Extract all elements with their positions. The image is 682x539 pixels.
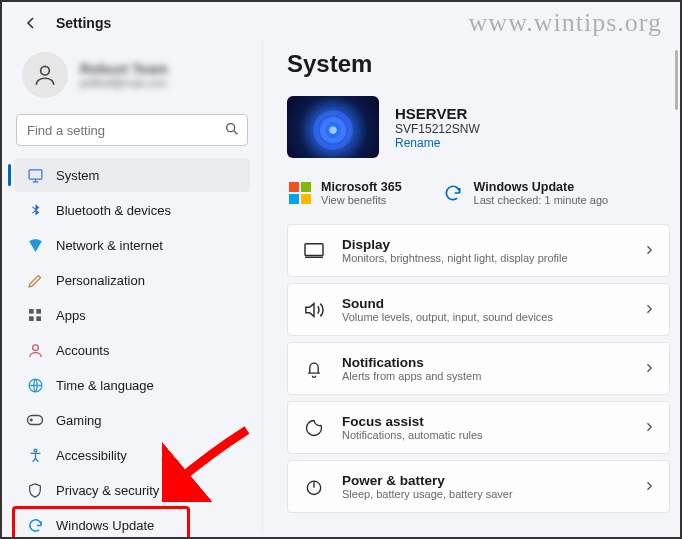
sidebar-item-label: Time & language [56, 378, 154, 393]
sidebar-item-time-language[interactable]: Time & language [14, 368, 250, 402]
svg-rect-2 [29, 169, 42, 178]
sidebar-item-accounts[interactable]: Accounts [14, 333, 250, 367]
chevron-right-icon [643, 242, 655, 260]
settings-card-power[interactable]: Power & battery Sleep, battery usage, ba… [287, 460, 670, 513]
svg-rect-4 [36, 309, 41, 314]
notifications-icon [302, 357, 326, 381]
accessibility-icon [26, 446, 44, 464]
accounts-icon [26, 341, 44, 359]
windows-update-tile[interactable]: Windows Update Last checked: 1 minute ag… [442, 180, 609, 206]
sidebar-nav: System Bluetooth & devices Network & int… [14, 158, 250, 539]
sidebar-item-bluetooth[interactable]: Bluetooth & devices [14, 193, 250, 227]
settings-card-notifications[interactable]: Notifications Alerts from apps and syste… [287, 342, 670, 395]
sidebar: Robust Team ja96wf@mail.com System Blu [2, 38, 262, 533]
display-icon [302, 239, 326, 263]
svg-rect-5 [29, 316, 34, 321]
card-title: Focus assist [342, 414, 627, 429]
sidebar-item-personalization[interactable]: Personalization [14, 263, 250, 297]
gaming-icon [26, 411, 44, 429]
sidebar-item-label: System [56, 168, 99, 183]
card-subtitle: Alerts from apps and system [342, 370, 627, 382]
sidebar-item-label: Accounts [56, 343, 109, 358]
chevron-right-icon [643, 301, 655, 319]
sidebar-item-windows-update[interactable]: Windows Update [14, 508, 250, 539]
svg-rect-11 [305, 243, 323, 255]
microsoft-logo-icon [289, 182, 311, 204]
svg-rect-6 [36, 316, 41, 321]
svg-point-0 [41, 66, 50, 75]
sound-icon [302, 298, 326, 322]
chevron-right-icon [643, 360, 655, 378]
sidebar-item-label: Network & internet [56, 238, 163, 253]
sidebar-item-label: Windows Update [56, 518, 154, 533]
page-title: Settings [56, 15, 111, 31]
privacy-icon [26, 481, 44, 499]
device-name: HSERVER [395, 105, 480, 122]
focus-assist-icon [302, 416, 326, 440]
sidebar-item-privacy[interactable]: Privacy & security [14, 473, 250, 507]
svg-point-1 [227, 124, 235, 132]
service-subtitle: Last checked: 1 minute ago [474, 194, 609, 206]
sidebar-item-label: Bluetooth & devices [56, 203, 171, 218]
svg-point-10 [34, 449, 37, 452]
service-title: Microsoft 365 [321, 180, 402, 194]
card-subtitle: Volume levels, output, input, sound devi… [342, 311, 627, 323]
account-name: Robust Team [80, 61, 168, 77]
network-icon [26, 236, 44, 254]
card-title: Display [342, 237, 627, 252]
system-icon [26, 166, 44, 184]
settings-card-display[interactable]: Display Monitors, brightness, night ligh… [287, 224, 670, 277]
sidebar-item-label: Privacy & security [56, 483, 159, 498]
arrow-left-icon [23, 15, 39, 31]
settings-card-focus-assist[interactable]: Focus assist Notifications, automatic ru… [287, 401, 670, 454]
sidebar-item-gaming[interactable]: Gaming [14, 403, 250, 437]
card-subtitle: Sleep, battery usage, battery saver [342, 488, 627, 500]
scrollbar[interactable] [675, 50, 678, 110]
sidebar-item-label: Apps [56, 308, 86, 323]
sidebar-item-apps[interactable]: Apps [14, 298, 250, 332]
sidebar-item-label: Accessibility [56, 448, 127, 463]
card-title: Notifications [342, 355, 627, 370]
rename-link[interactable]: Rename [395, 136, 480, 150]
card-title: Power & battery [342, 473, 627, 488]
bluetooth-icon [26, 201, 44, 219]
time-language-icon [26, 376, 44, 394]
power-icon [302, 475, 326, 499]
avatar [22, 52, 68, 98]
service-title: Windows Update [474, 180, 609, 194]
sidebar-item-network[interactable]: Network & internet [14, 228, 250, 262]
chevron-right-icon [643, 419, 655, 437]
svg-point-7 [32, 344, 38, 350]
personalization-icon [26, 271, 44, 289]
card-title: Sound [342, 296, 627, 311]
sidebar-item-label: Personalization [56, 273, 145, 288]
device-wallpaper-thumbnail [287, 96, 379, 158]
sidebar-item-accessibility[interactable]: Accessibility [14, 438, 250, 472]
person-icon [32, 62, 58, 88]
sidebar-item-system[interactable]: System [14, 158, 250, 192]
account-block[interactable]: Robust Team ja96wf@mail.com [14, 42, 250, 112]
card-subtitle: Notifications, automatic rules [342, 429, 627, 441]
windows-update-icon [442, 182, 464, 204]
microsoft-365-tile[interactable]: Microsoft 365 View benefits [289, 180, 402, 206]
apps-icon [26, 306, 44, 324]
svg-rect-3 [29, 309, 34, 314]
card-subtitle: Monitors, brightness, night light, displ… [342, 252, 627, 264]
search-icon [224, 121, 240, 141]
settings-card-sound[interactable]: Sound Volume levels, output, input, soun… [287, 283, 670, 336]
back-button[interactable] [20, 12, 42, 34]
account-email: ja96wf@mail.com [80, 77, 168, 89]
chevron-right-icon [643, 478, 655, 496]
device-model: SVF15212SNW [395, 122, 480, 136]
main-panel: System HSERVER SVF15212SNW Rename Micros… [262, 38, 680, 533]
search-input[interactable] [16, 114, 248, 146]
windows-update-icon [26, 516, 44, 534]
sidebar-item-label: Gaming [56, 413, 102, 428]
page-heading: System [287, 50, 670, 78]
service-subtitle: View benefits [321, 194, 402, 206]
